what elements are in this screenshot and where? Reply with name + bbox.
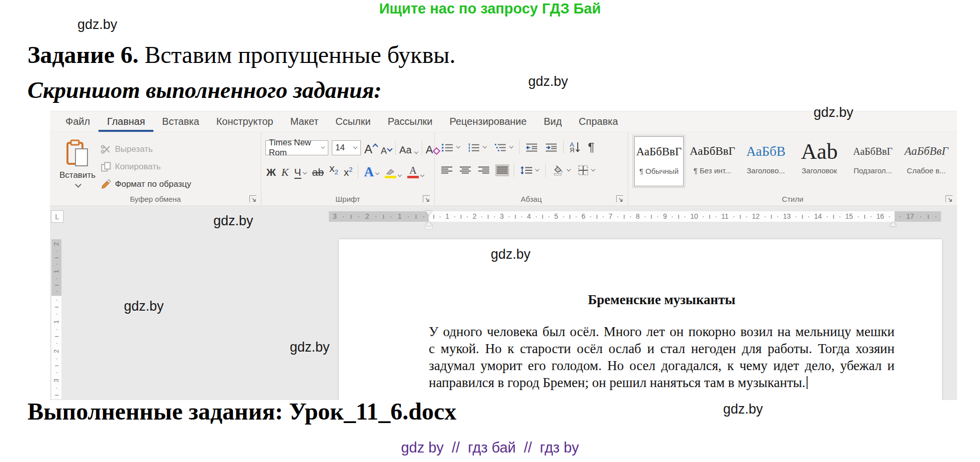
- down-arrow-icon: [575, 142, 580, 153]
- ribbon: Вставить Вырезать: [50, 132, 957, 206]
- promo-banner: Ищите нас по запросу ГДЗ Бай: [0, 0, 980, 17]
- style-subtitle[interactable]: АаБбВвГ Подзагол...: [848, 136, 898, 186]
- gdz-watermark: gdz.by: [77, 17, 117, 32]
- group-styles: АаБбВвГ ¶ Обычный АаБбВвГ ¶ Без инт... А…: [628, 132, 957, 206]
- bullet-list-icon: [441, 143, 453, 152]
- tab-mailings[interactable]: Рассылки: [379, 111, 441, 132]
- group-label-font: Шрифт: [261, 195, 434, 203]
- chevron-down-icon: [420, 173, 424, 177]
- gdz-watermark: gdz.by: [213, 213, 253, 229]
- style-no-spacing[interactable]: АаБбВвГ ¶ Без инт...: [688, 136, 737, 186]
- grow-font-button[interactable]: A: [364, 143, 377, 155]
- underline-button[interactable]: Ч: [294, 166, 307, 178]
- bullets-button[interactable]: [440, 141, 462, 154]
- task-text: Вставим пропущенные буквы.: [138, 41, 455, 68]
- result-label: Выполненные задания:: [27, 398, 283, 425]
- tab-review[interactable]: Рецензирование: [441, 111, 535, 132]
- bold-button[interactable]: Ж: [266, 166, 276, 178]
- right-indent-marker[interactable]: [890, 222, 897, 226]
- align-left-button[interactable]: [440, 164, 454, 176]
- chevron-down-icon: [321, 145, 325, 149]
- result-heading: Выполненные задания: Урок_11_6.docx: [27, 398, 456, 425]
- decrease-indent-button[interactable]: [524, 141, 539, 154]
- font-color-button[interactable]: А: [407, 166, 424, 178]
- left-indent-marker[interactable]: [425, 221, 432, 229]
- dialog-launcher-icon[interactable]: [616, 195, 623, 202]
- shading-button[interactable]: [550, 163, 572, 177]
- paste-label: Вставить: [59, 170, 95, 180]
- numbering-button[interactable]: [466, 141, 488, 154]
- dialog-launcher-icon[interactable]: [249, 195, 256, 202]
- first-line-indent-marker[interactable]: [425, 211, 432, 215]
- footer-tags: gdz by // гдз бай // гдз by: [0, 440, 980, 456]
- show-formatting-button[interactable]: ¶: [586, 140, 596, 155]
- sort-button[interactable]: АЯ: [568, 140, 582, 155]
- style-title[interactable]: Аab Заголовок: [795, 136, 844, 186]
- tab-references[interactable]: Ссылки: [327, 111, 379, 132]
- tab-help[interactable]: Справка: [570, 111, 626, 132]
- superscript-button[interactable]: x2: [344, 164, 353, 178]
- scissors-icon: [101, 145, 111, 154]
- font-size-select[interactable]: 14: [332, 140, 361, 155]
- tab-file[interactable]: Файл: [57, 111, 98, 132]
- gdz-watermark: gdz.by: [528, 74, 568, 89]
- shrink-font-button[interactable]: A: [381, 146, 392, 155]
- format-painter-button[interactable]: Формат по образцу: [101, 178, 191, 190]
- styles-gallery: АаБбВвГ ¶ Обычный АаБбВвГ ¶ Без инт... А…: [634, 136, 951, 186]
- text-line: с мукой. Но к старости осёл ослаб и стал…: [429, 340, 895, 357]
- tab-insert[interactable]: Вставка: [153, 111, 207, 132]
- font-name-select[interactable]: Times New Rom: [265, 140, 328, 155]
- tab-layout[interactable]: Макет: [282, 111, 327, 132]
- paste-button[interactable]: Вставить: [57, 139, 98, 189]
- document-title: Бременские музыканты: [429, 292, 895, 308]
- group-paragraph: АЯ ¶: [435, 132, 628, 206]
- divider: [395, 141, 396, 155]
- cut-label: Вырезать: [115, 144, 153, 154]
- dialog-launcher-icon[interactable]: [946, 195, 953, 202]
- font-color-bar: [407, 176, 419, 178]
- tab-stop-selector[interactable]: L: [51, 210, 63, 223]
- borders-icon: [578, 165, 588, 175]
- paragraph-row-2: [440, 161, 597, 179]
- divider: [563, 140, 564, 154]
- tab-view[interactable]: Вид: [535, 111, 570, 132]
- align-right-button[interactable]: [477, 164, 491, 176]
- style-normal[interactable]: АаБбВвГ ¶ Обычный: [634, 136, 684, 186]
- increase-indent-button[interactable]: [544, 141, 559, 154]
- italic-button[interactable]: К: [281, 166, 289, 178]
- horizontal-ruler[interactable]: 3 · ı · 2 · ı · 1 · ı · ı · 1 · ı · 2 · …: [329, 211, 941, 222]
- gdz-watermark: gdz.by: [290, 340, 330, 355]
- justify-button[interactable]: [495, 164, 509, 176]
- gdz-watermark: gdz.by: [124, 299, 164, 314]
- page: Ищите нас по запросу ГДЗ Бай gdz.by gdz.…: [0, 0, 980, 462]
- highlight-button[interactable]: [385, 168, 402, 178]
- tab-home[interactable]: Главная: [98, 111, 153, 132]
- chevron-down-icon: [483, 144, 487, 148]
- line-spacing-button[interactable]: [519, 164, 541, 176]
- copy-button[interactable]: Копировать: [101, 161, 191, 173]
- dialog-launcher-icon[interactable]: [423, 195, 430, 202]
- text-effects-button[interactable]: A: [364, 165, 379, 178]
- style-subtle-emphasis[interactable]: АаБбВвГ Слабое в...: [902, 136, 951, 186]
- vertical-ruler[interactable]: · ı · 1 · ı · 2 ı · 3 · ı · 2 · ı · 1 · …: [51, 239, 61, 399]
- subscript-button[interactable]: x2: [329, 162, 338, 178]
- multilevel-list-icon: [494, 143, 506, 152]
- document-area: L 3 · ı · 2 · ı · 1 · ı · ı · 1 · ı · 2 …: [50, 207, 957, 400]
- borders-button[interactable]: [577, 163, 597, 177]
- text-line: У одного человека был осёл. Много лет он…: [429, 323, 895, 340]
- align-center-button[interactable]: [458, 164, 472, 176]
- decrease-indent-icon: [526, 143, 538, 152]
- chevron-down-icon: [375, 171, 379, 175]
- multilevel-list-button[interactable]: [493, 141, 515, 154]
- screenshot-caption: Скриншот выполненного задания:: [27, 77, 382, 103]
- line-spacing-icon: [520, 166, 532, 174]
- style-heading1[interactable]: АаБбВ Заголово...: [741, 136, 791, 186]
- align-center-icon: [460, 166, 471, 174]
- cut-button[interactable]: Вырезать: [101, 143, 191, 155]
- group-label-paragraph: Абзац: [435, 195, 628, 203]
- chevron-down-icon: [353, 145, 357, 149]
- tab-design[interactable]: Конструктор: [208, 111, 282, 132]
- document-page[interactable]: Бременские музыканты У одного человека б…: [339, 239, 942, 400]
- strikethrough-button[interactable]: ab: [312, 166, 324, 178]
- change-case-button[interactable]: Аа: [399, 144, 418, 155]
